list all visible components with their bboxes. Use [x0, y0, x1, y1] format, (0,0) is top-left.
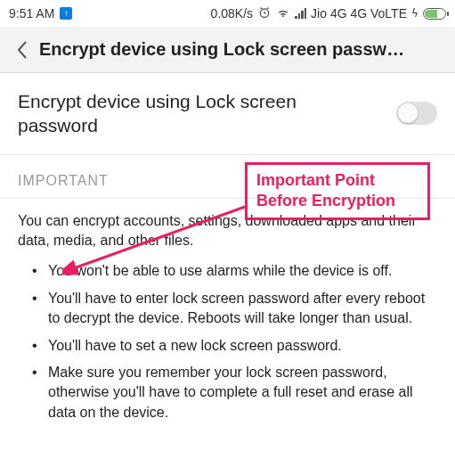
data-speed: 0.08K/s [211, 6, 253, 21]
header-bar: Encrypt device using Lock screen passw… [0, 27, 455, 73]
list-item: Make sure you remember your lock screen … [48, 363, 434, 423]
list-item: You'll have to enter lock screen passwor… [48, 289, 434, 329]
wifi-icon [276, 5, 290, 22]
list-item: You won't be able to use alarms while th… [48, 261, 434, 281]
carrier-label: Jio 4G 4G VoLTE [311, 6, 407, 21]
encrypt-toggle-label: Encrypt device using Lock screen passwor… [18, 89, 356, 138]
section-important-label: IMPORTANT [0, 155, 455, 198]
toggle-knob [398, 103, 418, 123]
back-button[interactable] [9, 37, 36, 63]
alarm-icon [257, 5, 272, 22]
battery-icon [423, 8, 446, 20]
encrypt-toggle-row[interactable]: Encrypt device using Lock screen passwor… [0, 73, 455, 154]
upload-icon: ↑ [60, 7, 72, 20]
page-title: Encrypt device using Lock screen passw… [36, 39, 404, 60]
signal-icon [295, 8, 306, 19]
list-item: You'll have to set a new lock screen pas… [48, 336, 434, 356]
intro-text: You can encrypt accounts, settings, down… [0, 199, 455, 259]
charging-icon: ϟ [411, 7, 418, 20]
encrypt-toggle[interactable] [396, 102, 437, 125]
status-time: 9:51 AM [9, 6, 54, 21]
important-bullets: You won't be able to use alarms while th… [0, 258, 455, 423]
status-bar: 9:51 AM ↑ 0.08K/s Jio 4G 4G VoLTE ϟ [0, 0, 455, 27]
